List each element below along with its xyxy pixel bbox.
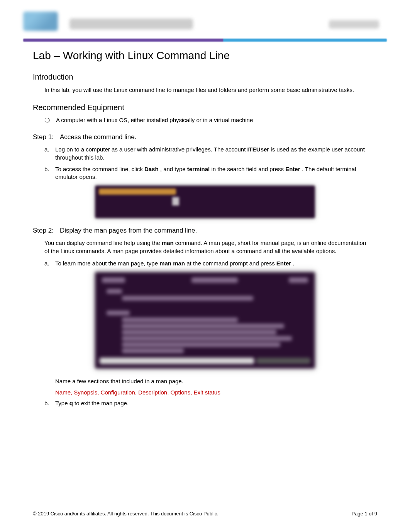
- step-2-desc-man: man: [162, 240, 174, 246]
- footer-page-pre: Page: [351, 511, 364, 517]
- step-2a-pre: To learn more about the man page, type: [55, 260, 159, 267]
- step-1b: b. To access the command line, click Das…: [44, 165, 371, 181]
- footer-copyright: © 2019 Cisco and/or its affiliates. All …: [33, 511, 219, 517]
- equipment-bullet-text: A computer with a Linux OS, either insta…: [56, 117, 387, 124]
- step-2b-post: to exit the man page.: [75, 400, 129, 406]
- header-divider-bar: [23, 39, 387, 42]
- step-1b-mid1: , and type: [160, 166, 187, 172]
- header-tagline-blurred: [329, 20, 379, 29]
- introduction-text: In this lab, you will use the Linux comm…: [44, 86, 371, 94]
- step-2-heading: Step 2: Display the man pages from the c…: [33, 227, 387, 235]
- cisco-logo: [23, 12, 58, 31]
- step-1-heading: Step 1: Access the command line.: [33, 133, 387, 141]
- step-1b-enter: Enter: [285, 166, 300, 172]
- step-1a: a. Log on to a computer as a user with a…: [44, 146, 371, 161]
- step-2a-post: .: [293, 260, 294, 267]
- step-1-title: Access the command line.: [60, 133, 387, 141]
- list-letter-a: a.: [44, 146, 55, 161]
- step-1b-terminal: terminal: [187, 166, 210, 172]
- step-2a-mid: at the command prompt and press: [186, 260, 276, 267]
- step-2-desc-pre: You can display command line help using …: [44, 240, 162, 246]
- page-footer: © 2019 Cisco and/or its affiliates. All …: [33, 511, 377, 517]
- step-2b-q: q: [69, 400, 73, 406]
- footer-page-of: of 9: [369, 511, 377, 517]
- step-1a-account: ITEUser: [247, 146, 269, 153]
- step-1b-mid2: in the search field and press: [211, 166, 285, 172]
- header-title-blurred: [69, 19, 193, 29]
- step-2-description: You can display command line help using …: [44, 239, 371, 255]
- step-1a-body: Log on to a computer as a user with admi…: [55, 146, 371, 161]
- page-header: [23, 12, 387, 39]
- step-1a-pre: Log on to a computer as a user with admi…: [55, 146, 247, 153]
- step-2-question: Name a few sections that included in a m…: [55, 377, 371, 385]
- list-letter-a2: a.: [44, 260, 55, 267]
- step-2b-body: Type q to exit the man page.: [55, 399, 371, 407]
- step-2b: b. Type q to exit the man page.: [44, 399, 371, 407]
- step-1-label: Step 1:: [33, 133, 60, 141]
- footer-page: Page 1 of 9: [351, 511, 377, 517]
- lab-title: Lab – Working with Linux Command Line: [33, 49, 387, 62]
- footer-page-num: 1: [364, 511, 367, 517]
- step-1b-pre: To access the command line, click: [55, 166, 144, 172]
- step-2-answer: Name, Synopsis, Configuration, Descripti…: [55, 388, 371, 396]
- step-1b-body: To access the command line, click Dash ,…: [55, 165, 371, 181]
- step-2-label: Step 2:: [33, 227, 60, 235]
- terminal-screenshot-2: [95, 272, 315, 369]
- step-2-title: Display the man pages from the command l…: [60, 227, 387, 235]
- introduction-heading: Introduction: [33, 73, 387, 82]
- step-2b-pre: Type: [55, 400, 69, 406]
- list-letter-b: b.: [44, 165, 55, 181]
- bullet-icon: ❍: [44, 117, 56, 124]
- step-2a-body: To learn more about the man page, type m…: [55, 260, 371, 267]
- list-letter-b2: b.: [44, 399, 55, 407]
- equipment-heading: Recommended Equipment: [33, 103, 387, 112]
- terminal-screenshot-1: [95, 185, 315, 218]
- step-2a-enter: Enter: [276, 260, 291, 267]
- equipment-bullet: ❍ A computer with a Linux OS, either ins…: [44, 117, 387, 124]
- step-2a: a. To learn more about the man page, typ…: [44, 260, 371, 267]
- step-2a-manman: man man: [159, 260, 185, 267]
- document-page: Lab – Working with Linux Command Line In…: [0, 0, 410, 407]
- step-1b-dash: Dash: [144, 166, 159, 172]
